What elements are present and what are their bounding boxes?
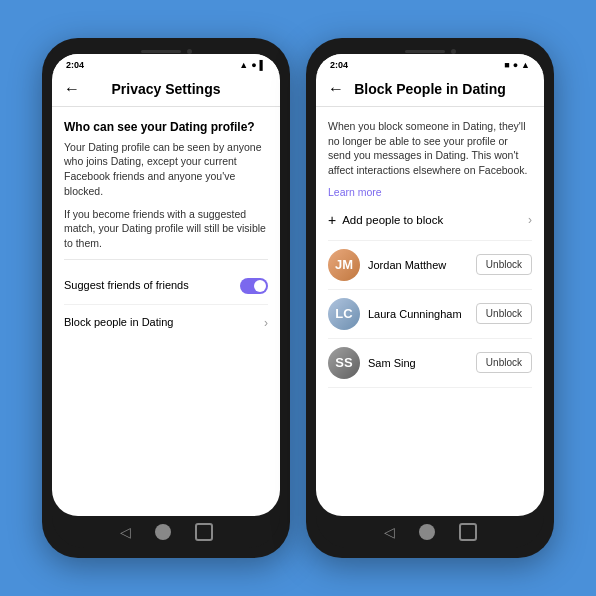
nav-back-left[interactable]: ◁ bbox=[120, 524, 131, 540]
nav-recent-right[interactable] bbox=[459, 523, 477, 541]
page-title-left: Privacy Settings bbox=[88, 81, 244, 97]
speaker-left bbox=[141, 50, 181, 53]
status-icons-left: ▲ ● ▌ bbox=[239, 60, 266, 70]
block-description: When you block someone in Dating, they'l… bbox=[328, 119, 532, 178]
list-item: JM Jordan Matthew Unblock bbox=[328, 241, 532, 290]
camera-right bbox=[451, 49, 456, 54]
nav-back-right[interactable]: ◁ bbox=[384, 524, 395, 540]
plus-icon: + bbox=[328, 212, 336, 228]
phone-bottom-left: ◁ bbox=[52, 516, 280, 548]
unblock-button-sam[interactable]: Unblock bbox=[476, 352, 532, 373]
phone-bottom-right: ◁ bbox=[316, 516, 544, 548]
nav-home-right[interactable] bbox=[419, 524, 435, 540]
status-time-right: 2:04 bbox=[330, 60, 348, 70]
toggle-knob bbox=[254, 280, 266, 292]
app-header-right: ← Block People in Dating bbox=[316, 72, 544, 107]
phone-screen-left: 2:04 ▲ ● ▌ ← Privacy Settings Who can se… bbox=[52, 54, 280, 516]
battery-icon-left: ▌ bbox=[260, 60, 266, 70]
person-name-laura: Laura Cunningham bbox=[368, 308, 476, 320]
status-bar-left: 2:04 ▲ ● ▌ bbox=[52, 54, 280, 72]
camera-left bbox=[187, 49, 192, 54]
suggest-friends-label: Suggest friends of friends bbox=[64, 278, 189, 293]
unblock-button-jordan[interactable]: Unblock bbox=[476, 254, 532, 275]
person-name-jordan: Jordan Matthew bbox=[368, 259, 476, 271]
wifi-icon-right: ■ bbox=[504, 60, 509, 70]
app-header-left: ← Privacy Settings bbox=[52, 72, 280, 107]
back-button-right[interactable]: ← bbox=[328, 80, 344, 98]
block-people-label: Block people in Dating bbox=[64, 315, 173, 330]
block-screen: When you block someone in Dating, they'l… bbox=[316, 107, 544, 516]
battery-icon-right: ▲ bbox=[521, 60, 530, 70]
chevron-right-icon: › bbox=[264, 315, 268, 332]
privacy-body: Who can see your Dating profile? Your Da… bbox=[52, 107, 280, 353]
nav-recent-left[interactable] bbox=[195, 523, 213, 541]
list-item: SS Sam Sing Unblock bbox=[328, 339, 532, 388]
signal-icon-left: ● bbox=[251, 60, 256, 70]
avatar-laura: LC bbox=[328, 298, 360, 330]
add-people-row[interactable]: + Add people to block › bbox=[328, 200, 532, 241]
status-icons-right: ■ ● ▲ bbox=[504, 60, 530, 70]
signal-icon-right: ● bbox=[513, 60, 518, 70]
learn-more-link[interactable]: Learn more bbox=[328, 186, 382, 198]
avatar-sam: SS bbox=[328, 347, 360, 379]
status-time-left: 2:04 bbox=[66, 60, 84, 70]
block-body: When you block someone in Dating, they'l… bbox=[316, 107, 544, 400]
page-title-right: Block People in Dating bbox=[352, 81, 508, 97]
speaker-right bbox=[405, 50, 445, 53]
add-people-label: Add people to block bbox=[342, 214, 443, 226]
avatar-jordan: JM bbox=[328, 249, 360, 281]
status-bar-right: 2:04 ■ ● ▲ bbox=[316, 54, 544, 72]
phone-screen-right: 2:04 ■ ● ▲ ← Block People in Dating When… bbox=[316, 54, 544, 516]
privacy-para1: Your Dating profile can be seen by anyon… bbox=[64, 140, 268, 199]
nav-home-left[interactable] bbox=[155, 524, 171, 540]
unblock-button-laura[interactable]: Unblock bbox=[476, 303, 532, 324]
add-chevron-icon: › bbox=[528, 213, 532, 227]
person-name-sam: Sam Sing bbox=[368, 357, 476, 369]
phone-left: 2:04 ▲ ● ▌ ← Privacy Settings Who can se… bbox=[42, 38, 290, 558]
block-people-nav-row[interactable]: Block people in Dating › bbox=[64, 305, 268, 342]
privacy-para2: If you become friends with a suggested m… bbox=[64, 207, 268, 251]
privacy-section-title: Who can see your Dating profile? bbox=[64, 119, 268, 136]
list-item: LC Laura Cunningham Unblock bbox=[328, 290, 532, 339]
suggest-friends-toggle[interactable] bbox=[240, 278, 268, 294]
back-button-left[interactable]: ← bbox=[64, 80, 80, 98]
suggest-friends-toggle-row[interactable]: Suggest friends of friends bbox=[64, 268, 268, 305]
phone-right: 2:04 ■ ● ▲ ← Block People in Dating When… bbox=[306, 38, 554, 558]
add-block-left: + Add people to block bbox=[328, 212, 443, 228]
wifi-icon-left: ▲ bbox=[239, 60, 248, 70]
divider-1 bbox=[64, 259, 268, 260]
privacy-screen: Who can see your Dating profile? Your Da… bbox=[52, 107, 280, 516]
